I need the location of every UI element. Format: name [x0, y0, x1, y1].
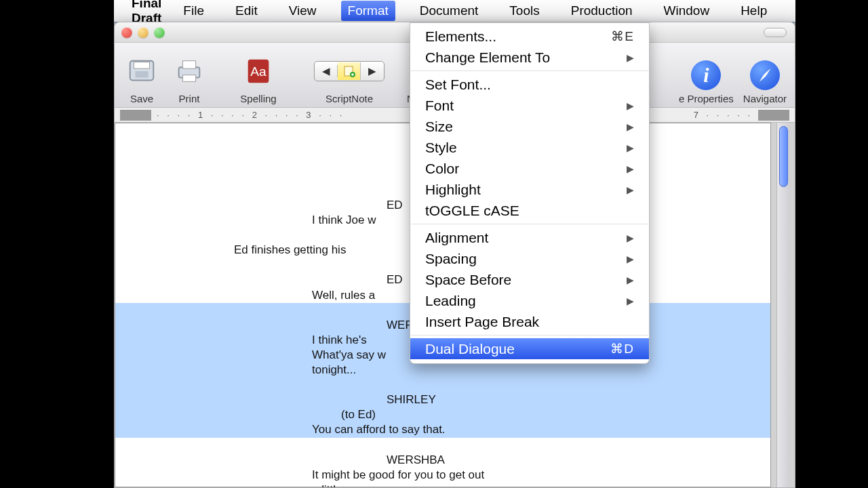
spelling-button[interactable]: Aa Spelling [239, 52, 277, 104]
format-menu: Elements...⌘EChange Element To▶Set Font.… [410, 22, 650, 364]
menu-item-set-font[interactable]: Set Font... [410, 74, 649, 95]
scriptnote-add-icon[interactable] [338, 62, 361, 80]
toolbar-label: Save [130, 93, 153, 104]
menu-item-label: Dual Dialogue [425, 341, 515, 357]
svg-text:Aa: Aa [250, 64, 267, 79]
menu-item-color[interactable]: Color▶ [410, 158, 649, 179]
menu-item-label: Style [425, 140, 457, 156]
submenu-arrow-icon: ▶ [627, 296, 634, 306]
menubar-item-view[interactable]: View [282, 1, 323, 21]
menu-item-font[interactable]: Font▶ [410, 95, 649, 116]
script-blank[interactable] [115, 378, 770, 392]
print-icon [170, 52, 208, 90]
scriptnote-prev-icon[interactable]: ◀ [315, 65, 338, 77]
ruler-left-margin[interactable] [120, 110, 151, 121]
svg-rect-2 [135, 71, 148, 78]
menu-item-elements[interactable]: Elements...⌘E [410, 26, 649, 47]
menu-item-label: Color [425, 161, 459, 177]
menubar-item-tools[interactable]: Tools [502, 1, 546, 21]
menu-item-dual-dialogue[interactable]: Dual Dialogue⌘D [410, 338, 649, 359]
menu-item-style[interactable]: Style▶ [410, 137, 649, 158]
script-blank[interactable] [115, 438, 770, 453]
ruler-right-margin[interactable] [758, 110, 789, 121]
save-button[interactable]: Save [123, 52, 161, 104]
menu-item-label: Space Before [425, 272, 511, 288]
menu-item-label: Highlight [425, 182, 481, 198]
menu-separator [411, 335, 648, 336]
script-dialog[interactable]: a little. [115, 483, 770, 487]
menu-shortcut: ⌘D [610, 341, 634, 357]
menubar-item-format[interactable]: Format [341, 1, 395, 21]
scrollbar-thumb[interactable] [779, 126, 788, 187]
script-char[interactable]: SHIRLEY [115, 392, 770, 407]
script-dialog[interactable]: You can afford to say that. [115, 422, 770, 437]
script-dialog[interactable]: tonight... [115, 363, 770, 378]
menu-item-label: Insert Page Break [425, 314, 539, 330]
menu-separator [411, 70, 648, 71]
toolbar-label: e Properties [679, 93, 734, 104]
menubar: Final Draft FileEditViewFormatDocumentTo… [114, 0, 795, 22]
toolbar-toggle-button[interactable] [764, 28, 787, 37]
svg-rect-4 [182, 61, 195, 69]
script-char[interactable]: WERSHBA [115, 453, 770, 468]
vertical-scrollbar[interactable] [776, 123, 790, 487]
svg-rect-1 [134, 62, 150, 69]
info-icon: i [691, 60, 721, 90]
menu-item-label: Alignment [425, 230, 488, 246]
script-paren[interactable]: (to Ed) [115, 407, 770, 422]
menu-item-alignment[interactable]: Alignment▶ [410, 227, 649, 248]
menu-item-label: Font [425, 98, 454, 114]
scriptnote-button[interactable]: ◀ ▶ ScriptNote [314, 52, 384, 104]
navigator-button[interactable]: Navigator [743, 60, 787, 104]
menubar-item-file[interactable]: File [176, 1, 211, 21]
print-button[interactable]: Print [170, 52, 208, 104]
menu-item-toggle-case[interactable]: tOGGLE cASE [410, 200, 649, 221]
menu-item-label: Elements... [425, 28, 496, 45]
toolbar-label: Navigator [743, 93, 787, 104]
submenu-arrow-icon: ▶ [627, 232, 634, 243]
menubar-item-production[interactable]: Production [564, 1, 639, 21]
menu-item-label: Leading [425, 293, 476, 309]
menubar-item-window[interactable]: Window [657, 1, 717, 21]
menubar-item-document[interactable]: Document [413, 1, 486, 21]
menubar-item-edit[interactable]: Edit [229, 1, 264, 21]
submenu-arrow-icon: ▶ [627, 142, 634, 153]
toolbar-label: ScriptNote [326, 93, 373, 104]
submenu-arrow-icon: ▶ [627, 100, 634, 111]
scriptnote-next-icon[interactable]: ▶ [361, 65, 384, 77]
menu-item-label: Spacing [425, 251, 477, 267]
menu-shortcut: ⌘E [611, 28, 634, 44]
toolbar-label: Spelling [240, 93, 276, 104]
compass-icon [750, 60, 780, 90]
menu-item-spacing[interactable]: Spacing▶ [410, 248, 649, 269]
submenu-arrow-icon: ▶ [627, 121, 634, 132]
menu-item-label: tOGGLE cASE [425, 203, 519, 219]
submenu-arrow-icon: ▶ [627, 253, 634, 264]
script-dialog[interactable]: It might be good for you to get out [115, 468, 770, 483]
menu-item-label: Size [425, 119, 453, 135]
submenu-arrow-icon: ▶ [627, 52, 634, 63]
spelling-icon: Aa [239, 52, 277, 90]
menu-item-insert-page-break[interactable]: Insert Page Break [410, 311, 649, 332]
menu-item-change-element-to[interactable]: Change Element To▶ [410, 47, 649, 68]
menu-separator [411, 224, 648, 224]
menu-item-highlight[interactable]: Highlight▶ [410, 179, 649, 200]
svg-rect-5 [182, 75, 195, 82]
submenu-arrow-icon: ▶ [627, 274, 634, 285]
menu-item-label: Change Element To [425, 49, 550, 66]
submenu-arrow-icon: ▶ [627, 163, 634, 174]
menubar-item-help[interactable]: Help [734, 1, 774, 21]
menu-item-space-before[interactable]: Space Before▶ [410, 269, 649, 290]
menu-item-leading[interactable]: Leading▶ [410, 290, 649, 311]
submenu-arrow-icon: ▶ [627, 184, 634, 195]
menu-item-label: Set Font... [425, 77, 491, 93]
save-icon [123, 52, 161, 90]
menu-item-size[interactable]: Size▶ [410, 116, 649, 137]
toolbar-label: Print [179, 93, 200, 104]
scene-properties-button[interactable]: i e Properties [679, 60, 734, 104]
